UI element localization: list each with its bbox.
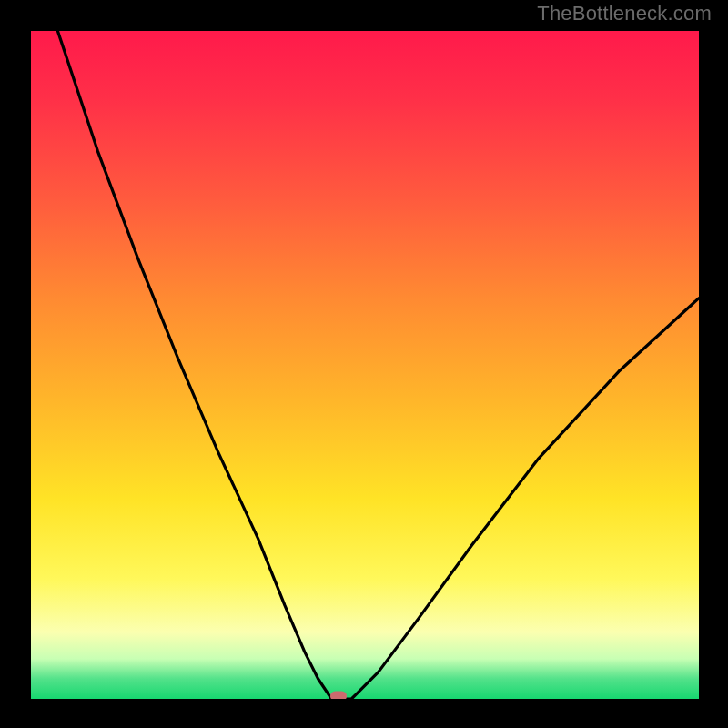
chart-frame: TheBottleneck.com	[0, 0, 728, 728]
plot-area	[31, 31, 699, 699]
minimum-marker	[330, 692, 347, 700]
curve-path	[57, 31, 699, 699]
watermark-text: TheBottleneck.com	[537, 2, 712, 25]
bottleneck-curve	[31, 31, 699, 699]
